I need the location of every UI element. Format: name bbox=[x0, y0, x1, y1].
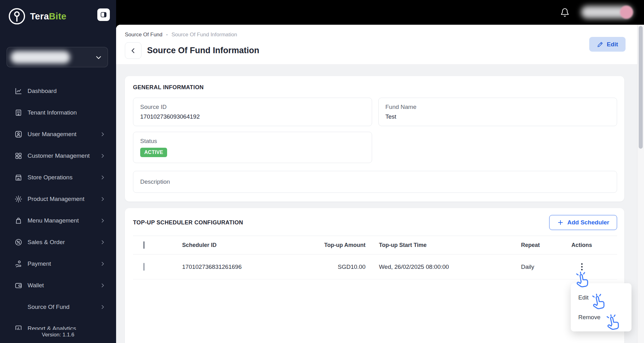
chevron-right-icon bbox=[100, 261, 105, 267]
empty-icon-placeholder bbox=[14, 303, 23, 311]
sidebar-item-wallet[interactable]: Wallet bbox=[0, 274, 116, 296]
page-title: Source Of Fund Information bbox=[147, 46, 259, 55]
notifications-button[interactable] bbox=[560, 7, 571, 18]
user-icon bbox=[14, 130, 23, 138]
scrollbar-thumb[interactable] bbox=[639, 26, 643, 149]
description-field: Description bbox=[133, 171, 617, 193]
user-menu[interactable] bbox=[581, 5, 632, 19]
chevron-right-icon bbox=[100, 218, 105, 223]
payment-icon bbox=[14, 260, 23, 268]
context-menu-edit[interactable]: Edit bbox=[571, 288, 631, 307]
column-actions: Actions bbox=[563, 242, 617, 248]
chevron-right-icon bbox=[100, 304, 105, 310]
table-row: 170102736831261696 SGD10.00 Wed, 26/02/2… bbox=[133, 254, 617, 279]
source-id-label: Source ID bbox=[140, 104, 365, 110]
source-id-value: 170102736093064192 bbox=[140, 113, 365, 120]
column-scheduler-id: Scheduler ID bbox=[178, 242, 319, 248]
building-icon bbox=[14, 109, 23, 117]
source-id-field: Source ID 170102736093064192 bbox=[133, 98, 372, 126]
fund-name-field: Fund Name Test bbox=[378, 98, 617, 126]
description-label: Description bbox=[140, 178, 170, 185]
sidebar-item-tenant-information[interactable]: Tenant Information bbox=[0, 102, 116, 123]
topbar bbox=[116, 0, 644, 25]
grid-icon bbox=[14, 152, 23, 160]
select-all-checkbox[interactable] bbox=[143, 241, 145, 249]
row-topup-amount: SGD10.00 bbox=[319, 264, 365, 270]
app-version: Version: 1.1.6 bbox=[0, 330, 116, 340]
sidebar-menu: Dashboard Tenant Information User Manage… bbox=[0, 80, 116, 339]
bag-icon bbox=[14, 217, 23, 225]
column-topup-amount: Top-up Amount bbox=[319, 242, 365, 248]
app-root: TeraBite Dashboard bbox=[0, 0, 644, 343]
vertical-scrollbar[interactable] bbox=[637, 25, 644, 343]
sidebar-item-menu-management[interactable]: Menu Management bbox=[0, 210, 116, 231]
status-field: Status ACTIVE bbox=[133, 132, 372, 163]
fund-name-label: Fund Name bbox=[386, 104, 610, 110]
app-logo: TeraBite bbox=[8, 8, 66, 25]
chevron-left-icon bbox=[129, 47, 137, 55]
breadcrumb: Source Of Fund • Source Of Fund Informat… bbox=[125, 32, 237, 38]
sidebar-item-sales-order[interactable]: Sales & Order bbox=[0, 231, 116, 253]
context-menu-remove[interactable]: Remove bbox=[571, 307, 631, 327]
status-badge: ACTIVE bbox=[140, 148, 167, 157]
sidebar-item-store-operations[interactable]: Store Operations bbox=[0, 166, 116, 188]
scheduler-title: TOP-UP SCHEDULER CONFIGURATION bbox=[133, 219, 243, 226]
page-content: GENERAL INFORMATION Source ID 1701027360… bbox=[116, 64, 644, 343]
sidebar-item-dashboard[interactable]: Dashboard bbox=[0, 80, 116, 102]
chevron-down-icon bbox=[95, 54, 103, 62]
status-label: Status bbox=[140, 138, 365, 145]
table-header-row: Scheduler ID Top-up Amount Top-up Start … bbox=[133, 236, 617, 254]
chevron-right-icon bbox=[100, 196, 105, 202]
back-button[interactable] bbox=[125, 42, 141, 59]
row-actions-context-menu: Edit Remove bbox=[571, 283, 631, 331]
sidebar-item-customer-management[interactable]: Customer Management bbox=[0, 145, 116, 166]
storefront-icon bbox=[14, 173, 23, 182]
wallet-icon bbox=[14, 281, 23, 289]
row-scheduler-id: 170102736831261696 bbox=[178, 264, 319, 270]
general-information-card: GENERAL INFORMATION Source ID 1701027360… bbox=[125, 76, 624, 202]
row-repeat: Daily bbox=[513, 264, 563, 270]
sidebar-item-user-management[interactable]: User Management bbox=[0, 123, 116, 145]
breadcrumb-current: Source Of Fund Information bbox=[171, 32, 237, 38]
breadcrumb-parent[interactable]: Source Of Fund bbox=[125, 32, 162, 38]
app-title: TeraBite bbox=[30, 11, 66, 22]
avatar bbox=[620, 6, 633, 19]
row-actions-menu-button[interactable] bbox=[576, 262, 587, 272]
scheduler-card: TOP-UP SCHEDULER CONFIGURATION Add Sched… bbox=[125, 208, 624, 343]
tenant-selector-dropdown[interactable] bbox=[7, 47, 108, 67]
chevron-right-icon bbox=[100, 239, 105, 245]
breadcrumb-separator: • bbox=[166, 32, 168, 37]
add-scheduler-button[interactable]: Add Scheduler bbox=[549, 215, 617, 230]
scheduler-table: Scheduler ID Top-up Amount Top-up Start … bbox=[133, 236, 617, 279]
page-header: Source Of Fund • Source Of Fund Informat… bbox=[116, 25, 644, 64]
gear-icon bbox=[14, 195, 23, 203]
chart-line-icon bbox=[14, 87, 23, 95]
fund-name-value: Test bbox=[386, 113, 610, 120]
percent-icon bbox=[14, 238, 23, 246]
plus-icon bbox=[557, 219, 564, 226]
main-area: Source Of Fund • Source Of Fund Informat… bbox=[116, 25, 644, 343]
sidebar-collapse-button[interactable] bbox=[97, 8, 110, 21]
chevron-right-icon bbox=[100, 283, 105, 288]
edit-button[interactable]: Edit bbox=[589, 37, 626, 52]
sidebar-item-product-management[interactable]: Product Management bbox=[0, 188, 116, 210]
bell-icon bbox=[560, 8, 571, 17]
sidebar-panel-icon bbox=[100, 11, 107, 18]
pencil-icon bbox=[597, 41, 604, 48]
chevron-right-icon bbox=[100, 131, 105, 137]
row-topup-start-time: Wed, 26/02/2025 08:00:00 bbox=[365, 264, 513, 270]
sidebar-item-source-of-fund[interactable]: Source Of Fund bbox=[0, 296, 116, 318]
chevron-right-icon bbox=[100, 153, 105, 159]
chevron-right-icon bbox=[100, 175, 105, 180]
general-information-title: GENERAL INFORMATION bbox=[133, 84, 617, 91]
column-topup-start-time: Top-up Start Time bbox=[365, 242, 513, 248]
sidebar-item-payment[interactable]: Payment bbox=[0, 253, 116, 274]
row-checkbox[interactable] bbox=[143, 263, 145, 271]
column-repeat: Repeat bbox=[513, 242, 563, 248]
tenant-selected-value-redacted bbox=[11, 51, 70, 64]
sidebar: TeraBite Dashboard bbox=[0, 0, 116, 343]
main-inner: Source Of Fund • Source Of Fund Informat… bbox=[116, 25, 644, 343]
terabite-logo-icon bbox=[8, 8, 26, 25]
